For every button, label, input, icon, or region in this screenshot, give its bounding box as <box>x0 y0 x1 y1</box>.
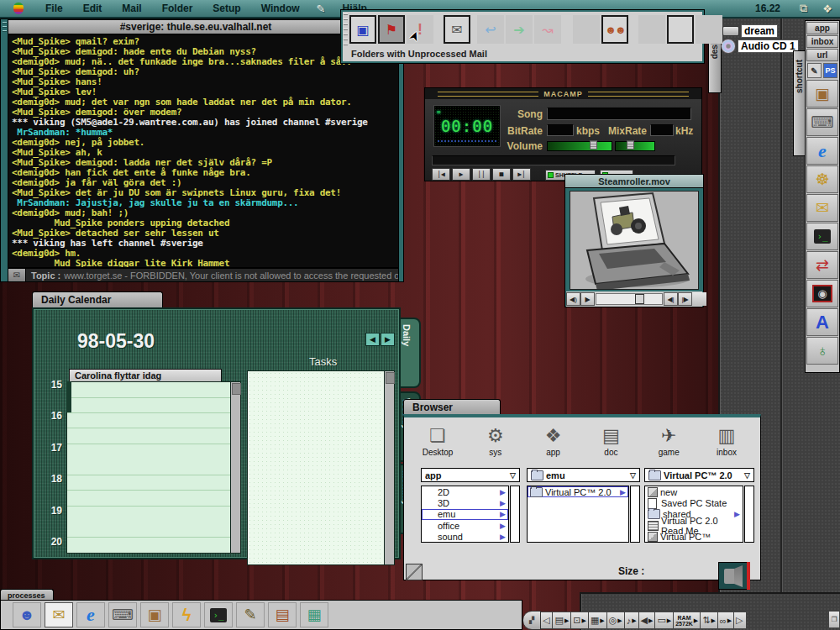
next-day-button[interactable]: ▶ <box>381 333 395 346</box>
mail-toolbar-button[interactable] <box>573 15 600 44</box>
column3-scrollbar[interactable] <box>744 486 754 543</box>
printer-button[interactable]: ▭ ▶ <box>655 612 674 629</box>
mail-toolbar-button[interactable] <box>638 15 665 44</box>
script-menu-icon[interactable]: ✎ <box>310 3 333 15</box>
mail-toolbar-button[interactable]: ▣ <box>349 15 376 44</box>
list-item[interactable]: sound ▶ <box>422 532 508 543</box>
browser-folder-icon[interactable]: ▥ inbox <box>700 424 753 457</box>
list-item[interactable]: 2D ▶ <box>422 486 508 497</box>
play-button[interactable]: ▶ <box>452 168 470 181</box>
browser-folder-icon[interactable]: ▤ doc <box>584 424 638 457</box>
stop-button[interactable]: ■ <box>492 168 511 181</box>
browser-resize-grip[interactable] <box>406 564 423 580</box>
shortcut-icon-button[interactable]: ▣ <box>806 80 838 108</box>
column1-dropdown[interactable]: app▽ <box>421 468 520 482</box>
list-item[interactable]: Virtual PC™ 2.0 ▶ <box>528 486 628 497</box>
browser-folder-icon[interactable]: ⚙ sys <box>469 424 522 457</box>
schedule-list[interactable] <box>66 381 241 554</box>
macamp-lcd[interactable]: ≡ 00:00 <box>433 105 501 147</box>
schedule-scrollbar[interactable] <box>230 382 240 553</box>
volume-button[interactable]: ◀) <box>566 292 580 306</box>
column1-scrollbar[interactable] <box>510 486 520 543</box>
windowshade-ridges[interactable] <box>3 22 7 34</box>
menu-item[interactable]: Mail <box>112 3 151 14</box>
mail-toolbar-button[interactable]: ☻☻ <box>601 15 628 44</box>
seek-bar[interactable] <box>432 155 675 165</box>
tasks-scrollbar[interactable] <box>384 371 394 564</box>
list-item[interactable]: 3D ▶ <box>422 497 508 508</box>
movie-scrubber[interactable] <box>596 293 663 305</box>
corner-window-button[interactable]: ❐ <box>828 611 840 628</box>
process-button[interactable]: e <box>76 602 105 627</box>
browser-title-tab[interactable]: Browser <box>403 399 501 415</box>
volume-thumb[interactable] <box>590 140 597 150</box>
shortcut-icon-button[interactable]: ◉ <box>806 280 838 307</box>
menu-item[interactable]: Edit <box>73 3 113 14</box>
list-item[interactable]: Virtual PC 2.0 Read Me <box>645 520 743 531</box>
process-button[interactable]: ☻ <box>13 602 41 627</box>
quicktime-title-bar[interactable]: Steamroller.mov <box>565 175 703 188</box>
shortcut-text-button[interactable]: url <box>806 49 838 61</box>
menu-item[interactable]: Setup <box>202 3 250 14</box>
disk-dream[interactable]: dream <box>722 24 778 38</box>
mail-toolbar-button[interactable] <box>696 15 722 44</box>
mail-toolbar-button[interactable]: ✉ <box>444 15 470 44</box>
monitor-depth-button[interactable]: ▤ ▶ <box>553 612 571 629</box>
browser-folder-icon[interactable]: ✈ game <box>642 424 696 457</box>
process-button[interactable]: ✎ <box>236 602 265 627</box>
arrow-left-button[interactable]: ◁ <box>541 612 553 629</box>
shortcut-icon-button[interactable]: ⌨ <box>806 108 838 136</box>
mail-toolbar-button[interactable]: ⚑ <box>378 15 405 44</box>
envelope-icon[interactable]: ✉ <box>8 269 26 281</box>
shortcut-text-button[interactable]: app <box>806 22 838 34</box>
menu-item[interactable]: Folder <box>152 3 203 14</box>
speaker-button[interactable]: ◀ ▶ <box>639 612 656 629</box>
apple-menu-icon[interactable] <box>13 3 24 14</box>
list-item[interactable]: new <box>645 486 743 497</box>
process-button[interactable]: ›_ <box>204 602 233 627</box>
mail-toolbar-button[interactable] <box>667 15 694 44</box>
control-strip-handle[interactable]: ▞ <box>522 611 541 630</box>
step-forward-button[interactable]: |▶ <box>678 292 692 306</box>
volume-slider[interactable] <box>547 141 612 151</box>
scrubber-thumb[interactable] <box>635 294 644 304</box>
shortcut-icon-button[interactable]: A <box>806 308 838 336</box>
quicktime-resize-grip[interactable] <box>692 292 706 306</box>
memory-button[interactable]: RAM2572K ▶ <box>674 612 701 629</box>
song-field[interactable] <box>547 108 691 120</box>
step-back-button[interactable]: ◀| <box>664 292 678 306</box>
process-button[interactable]: ✉ <box>45 602 73 627</box>
calendar-title-tab[interactable]: Daily Calendar <box>32 291 163 307</box>
process-button[interactable]: ▣ <box>140 602 169 627</box>
mail-toolbar-button[interactable]: ↝ <box>534 15 561 44</box>
mail-toolbar-button[interactable]: ↩ <box>477 15 504 44</box>
column3-dropdown[interactable]: Virtual PC™ 2.0▽ <box>644 468 754 482</box>
previous-button[interactable]: |◀ <box>432 168 450 181</box>
list-item[interactable]: office ▶ <box>422 520 508 531</box>
tab-daily[interactable]: Daily <box>399 318 421 388</box>
disk-audio-cd[interactable]: Audio CD 1 <box>721 39 799 54</box>
pattern-button[interactable]: ▦ ▶ <box>589 612 607 629</box>
shortcut-icon-button[interactable]: ✉ <box>806 194 838 222</box>
network-button[interactable]: ⇅ ▶ <box>701 612 718 629</box>
shortcut-icon-button[interactable]: ♁ <box>806 337 838 365</box>
prev-day-button[interactable]: ◀ <box>365 333 380 346</box>
processes-tab[interactable]: processes <box>0 589 54 601</box>
browser-folder-icon[interactable]: ❖ app <box>527 424 580 457</box>
column2-dropdown[interactable]: emu▽ <box>527 468 640 482</box>
pause-button[interactable]: || <box>472 168 491 181</box>
eject-button[interactable] <box>718 562 750 590</box>
menu-item[interactable]: File <box>35 3 73 14</box>
process-button[interactable]: ▦ <box>300 602 328 627</box>
sound-in-button[interactable]: ♪ ▶ <box>625 612 639 629</box>
calendar-event-banner[interactable]: Carolina flyttar idag <box>69 369 222 382</box>
book-menu-icon[interactable]: ⧉ <box>792 2 815 15</box>
menu-item[interactable]: Window <box>251 3 310 14</box>
shortcut-icon-button[interactable]: ☸ <box>806 165 838 193</box>
balance-thumb[interactable] <box>627 140 634 150</box>
shortcut-icon-button[interactable]: ⇄ <box>806 251 838 279</box>
list-item[interactable]: Saved PC State <box>645 497 743 508</box>
list-item[interactable]: emu ▶ <box>422 509 508 520</box>
mail-toolbar-button[interactable]: ➔ <box>506 15 533 44</box>
windowshade-ridges[interactable] <box>344 13 348 47</box>
